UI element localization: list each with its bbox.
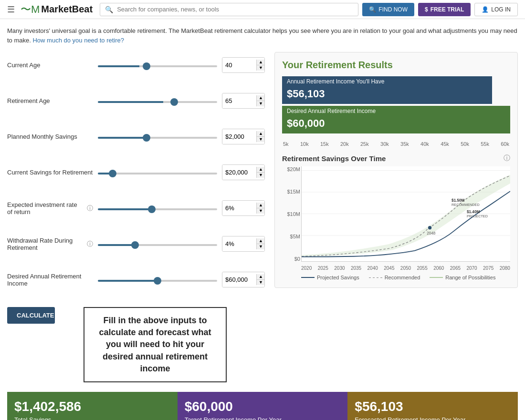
annotation-box: Fill in the above inputs to calculate an…	[84, 307, 227, 382]
desired-income-spinbox[interactable]: ▲ ▼	[222, 272, 265, 287]
hamburger-icon[interactable]: ☰	[7, 4, 15, 15]
desired-income-slider[interactable]	[98, 280, 217, 282]
current-savings-down[interactable]: ▼	[256, 173, 265, 178]
dollar-icon: $	[425, 6, 428, 13]
find-now-button[interactable]: 🔍 FIND NOW	[362, 3, 414, 16]
retirement-age-slider-container	[93, 97, 222, 104]
monthly-savings-slider-container	[93, 133, 222, 140]
svg-text:PROJECTED: PROJECTED	[467, 214, 488, 218]
monthly-savings-down[interactable]: ▼	[256, 137, 265, 142]
log-in-button[interactable]: 👤 LOG IN	[474, 3, 518, 16]
search-input[interactable]	[117, 6, 353, 13]
desired-income-label: Desired Annual Retirement Income	[7, 273, 93, 287]
calculate-button[interactable]: CALCULATE	[7, 307, 55, 324]
current-savings-input[interactable]	[225, 169, 256, 176]
calculator-results: Your Retirement Results Annual Retiremen…	[274, 52, 518, 382]
summary-card-target: $60,000 Target Retirement Income Per Yea…	[178, 392, 348, 420]
withdrawal-rate-up[interactable]: ▲	[256, 238, 265, 244]
retirement-age-label: Retirement Age	[7, 97, 93, 104]
chart-title: Retirement Savings Over Time	[282, 154, 386, 163]
investment-rate-input[interactable]	[225, 205, 256, 212]
withdrawal-rate-help-icon[interactable]: ⓘ	[87, 240, 93, 248]
monthly-savings-up[interactable]: ▲	[256, 131, 265, 137]
current-savings-slider-container	[93, 169, 222, 176]
intro-link[interactable]: How much do you need to retire?	[32, 37, 124, 44]
current-age-slider[interactable]	[98, 65, 217, 67]
header: ☰ 〜M MarketBeat 🔍 🔍 FIND NOW $ FREE TRIA…	[0, 0, 525, 19]
investment-rate-help-icon[interactable]: ⓘ	[87, 204, 93, 213]
investment-rate-slider-container	[93, 205, 222, 212]
annual-income-bar-value: $56,103	[282, 87, 492, 104]
legend-projected-line	[301, 277, 315, 278]
investment-rate-slider[interactable]	[98, 208, 217, 210]
total-savings-amount: $1,402,586	[14, 399, 170, 414]
search-bar: 🔍	[100, 3, 358, 16]
search-small-icon: 🔍	[369, 6, 376, 13]
investment-rate-down[interactable]: ▼	[256, 208, 265, 214]
monthly-savings-row: Planned Monthly Savings ▲ ▼	[7, 123, 265, 150]
current-age-label: Current Age	[7, 61, 93, 69]
retirement-age-down[interactable]: ▼	[256, 101, 265, 106]
logo-text: MarketBeat	[41, 4, 93, 15]
user-icon: 👤	[482, 6, 489, 13]
withdrawal-rate-slider-container	[93, 240, 222, 247]
calc-bottom: CALCULATE Fill in the above inputs to ca…	[7, 302, 265, 382]
withdrawal-rate-spinbox[interactable]: ▲ ▼	[222, 236, 265, 252]
chart-y-labels: $20M $15M $10M $5M $0	[282, 166, 300, 262]
investment-rate-spinbox[interactable]: ▲ ▼	[222, 200, 265, 216]
legend-range-line	[430, 277, 443, 278]
current-age-row: Current Age ▲ ▼	[7, 52, 265, 78]
desired-income-slider-container	[93, 276, 222, 283]
chart-info-icon[interactable]: ⓘ	[504, 154, 510, 163]
summary-cards: $1,402,586 Total Savings With your curre…	[7, 392, 518, 420]
desired-income-up[interactable]: ▲	[256, 274, 265, 280]
desired-income-down[interactable]: ▼	[256, 280, 265, 285]
retirement-age-slider[interactable]	[98, 101, 217, 103]
monthly-savings-slider[interactable]	[98, 137, 217, 139]
annual-income-bar-label: Annual Retirement Income You'll Have	[282, 76, 492, 87]
main-content: Many investors' universal goal is a comf…	[0, 19, 525, 420]
results-title: Your Retirement Results	[282, 60, 510, 71]
svg-text:$1.40M: $1.40M	[467, 210, 480, 214]
result-bars: Annual Retirement Income You'll Have $56…	[282, 76, 510, 135]
current-age-input[interactable]	[225, 61, 256, 69]
legend-projected: Projected Savings	[301, 275, 359, 280]
calculator-inputs: Current Age ▲ ▼	[7, 52, 265, 382]
search-icon: 🔍	[105, 6, 113, 13]
withdrawal-rate-slider[interactable]	[98, 244, 217, 246]
intro-paragraph: Many investors' universal goal is a comf…	[7, 26, 518, 45]
svg-text:$1.50M: $1.50M	[452, 198, 464, 203]
target-income-amount: $60,000	[185, 399, 341, 414]
desired-income-bar: Desired Annual Retirement Income $60,000	[282, 106, 510, 133]
retirement-age-input[interactable]	[225, 97, 256, 104]
current-savings-up[interactable]: ▲	[256, 167, 265, 173]
annotation-wrapper: Fill in the above inputs to calculate an…	[64, 302, 227, 382]
chart-x-labels: 2020 2025 2030 2035 2040 2045 2050 2055 …	[301, 266, 510, 271]
annual-income-bar: Annual Retirement Income You'll Have $56…	[282, 76, 492, 104]
desired-income-input[interactable]	[225, 276, 256, 283]
investment-rate-label: Expected investment rate of return ⓘ	[7, 201, 93, 215]
current-savings-row: Current Savings for Retirement ▲ ▼	[7, 159, 265, 185]
retirement-age-spinbox[interactable]: ▲ ▼	[222, 93, 265, 109]
monthly-savings-input[interactable]	[225, 133, 256, 140]
withdrawal-rate-input[interactable]	[225, 240, 256, 247]
current-age-slider-container	[93, 61, 222, 69]
investment-rate-up[interactable]: ▲	[256, 203, 265, 208]
current-savings-slider[interactable]	[98, 173, 217, 174]
current-age-down[interactable]: ▼	[256, 65, 265, 71]
withdrawal-rate-down[interactable]: ▼	[256, 244, 265, 249]
target-income-label: Target Retirement Income Per Year	[185, 416, 341, 420]
free-trial-button[interactable]: $ FREE TRIAL	[418, 3, 471, 16]
current-age-spinbox[interactable]: ▲ ▼	[222, 57, 265, 73]
retirement-age-row: Retirement Age ▲ ▼	[7, 88, 265, 114]
logo: 〜M MarketBeat	[21, 2, 93, 17]
withdrawal-rate-label: Withdrawal Rate During Retirement ⓘ	[7, 237, 93, 251]
retirement-age-up[interactable]: ▲	[256, 95, 265, 101]
savings-chart: $1.50M RECOMMENDED $1.40M PROJECTED 2048	[301, 166, 510, 262]
svg-text:RECOMMENDED: RECOMMENDED	[452, 203, 480, 207]
monthly-savings-spinbox[interactable]: ▲ ▼	[222, 129, 265, 144]
desired-income-bar-value: $60,000	[282, 116, 510, 133]
summary-card-savings: $1,402,586 Total Savings With your curre…	[7, 392, 178, 420]
current-savings-spinbox[interactable]: ▲ ▼	[222, 164, 265, 180]
current-age-up[interactable]: ▲	[256, 60, 265, 65]
